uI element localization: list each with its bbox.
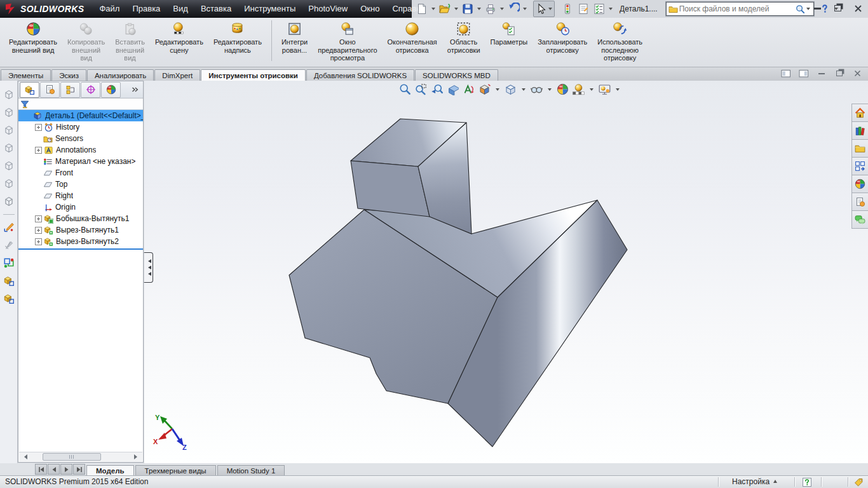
preview-window-button[interactable]: Окно предварительного просмотра [313, 18, 382, 64]
select-caret-icon[interactable] [548, 8, 552, 12]
design-library-tab[interactable] [851, 121, 868, 140]
open-caret-icon[interactable] [454, 8, 458, 12]
model-3d[interactable] [144, 81, 868, 463]
view-cube-icon[interactable] [3, 89, 15, 100]
expand-panel-icon[interactable] [130, 85, 139, 94]
final-render-button[interactable]: Окончательная отрисовка [383, 18, 442, 55]
tree-item-history[interactable]: History [18, 121, 143, 133]
scroll-right-icon[interactable] [134, 454, 140, 459]
customize-control[interactable]: Настройка [732, 477, 777, 486]
graphics-area[interactable]: Y X Z [144, 81, 868, 464]
menu-photoview360[interactable]: PhotoView 360 [302, 0, 354, 18]
section-view-icon[interactable] [447, 83, 459, 95]
view-orientation-caret-icon[interactable] [496, 88, 499, 93]
menu-view[interactable]: Вид [166, 0, 194, 18]
search-caret-icon[interactable] [806, 8, 810, 12]
tree-item-boss-extrude1[interactable]: Бобышка-Вытянуть1 [18, 213, 143, 224]
feature-cube-icon[interactable] [3, 293, 15, 304]
doc-minimize-button[interactable] [816, 69, 827, 78]
search-box[interactable] [666, 2, 814, 16]
close-button[interactable] [851, 3, 864, 14]
options-button[interactable] [592, 1, 607, 17]
save-button[interactable] [460, 1, 475, 17]
forum-tab[interactable] [851, 210, 868, 229]
tree-item-top-plane[interactable]: Top [18, 179, 143, 190]
3d-views-tab[interactable]: Трехмерные виды [135, 465, 216, 475]
tab-mbd[interactable]: SOLIDWORKS MBD [415, 69, 498, 81]
tab-sketch[interactable]: Эскиз [51, 69, 86, 81]
render-options-button[interactable]: Параметры [485, 18, 533, 48]
undo-button[interactable] [506, 1, 521, 17]
select-tool-button[interactable] [533, 1, 555, 17]
menu-edit[interactable]: Правка [126, 0, 166, 18]
new-document-button[interactable] [414, 1, 430, 17]
next-study-button[interactable] [60, 464, 72, 475]
prev-study-button[interactable] [48, 464, 60, 475]
edit-scene-button[interactable]: Редактировать сцену [150, 18, 208, 55]
model-tab[interactable]: Модель [86, 465, 134, 475]
menu-window[interactable]: Окно [354, 0, 386, 18]
tree-item-cut-extrude2[interactable]: Вырез-Вытянуть2 [18, 236, 143, 247]
boss-front-left-face[interactable] [351, 161, 430, 217]
tree-root-part[interactable]: Деталь1 (Default<<Default>_Ph [18, 110, 143, 121]
quick-tips-button[interactable] [802, 477, 812, 487]
tab-property-manager[interactable] [40, 82, 60, 98]
edit-decal-button[interactable]: Редактировать надпись [208, 18, 267, 55]
display-style-icon[interactable] [505, 83, 517, 95]
apply-scene-caret-icon[interactable] [590, 88, 593, 93]
print-button[interactable] [483, 1, 498, 17]
doc-close-button[interactable] [851, 69, 863, 78]
tab-dimxpert-manager[interactable] [81, 82, 100, 98]
tree-item-material[interactable]: Материал <не указан> [18, 156, 143, 167]
pane-right-toggle-button[interactable] [798, 69, 810, 78]
tag-button[interactable] [853, 477, 864, 488]
menu-tools[interactable]: Инструменты [238, 0, 302, 18]
apply-scene-icon[interactable] [573, 83, 585, 95]
tab-addins[interactable]: Добавления SOLIDWORKS [306, 69, 414, 81]
zoom-area-icon[interactable] [415, 83, 427, 95]
search-input[interactable] [678, 4, 796, 14]
print-caret-icon[interactable] [500, 8, 504, 12]
view-orientation-icon[interactable] [478, 83, 491, 95]
expander-icon[interactable] [35, 227, 42, 234]
integrated-preview-button[interactable]: Интегри рован... [276, 18, 313, 55]
expander-icon[interactable] [35, 124, 42, 131]
tab-evaluate[interactable]: Анализировать [87, 69, 154, 81]
schedule-render-button[interactable]: Запланировать отрисовку [532, 18, 592, 55]
rollback-bar[interactable] [18, 248, 143, 250]
custom-properties-tab[interactable] [851, 193, 868, 211]
rebuild-button[interactable] [560, 1, 575, 17]
hide-show-caret-icon[interactable] [548, 88, 552, 93]
open-button[interactable] [437, 1, 452, 17]
tab-configuration-manager[interactable] [60, 82, 80, 98]
scroll-left-icon[interactable] [22, 454, 27, 459]
options-caret-icon[interactable] [609, 8, 613, 12]
tree-item-annotations[interactable]: Annotations [18, 144, 143, 156]
tab-render-tools[interactable]: Инструменты отрисовки [201, 69, 306, 81]
hide-show-items-icon[interactable] [531, 83, 543, 95]
panel-collapse-handle[interactable] [144, 252, 153, 283]
tree-item-origin[interactable]: Origin [18, 201, 143, 213]
tab-feature-tree[interactable] [20, 82, 39, 98]
tree-item-sensors[interactable]: Sensors [18, 133, 143, 144]
previous-view-icon[interactable] [431, 83, 443, 95]
view-settings-caret-icon[interactable] [616, 88, 620, 93]
view-cube-icon[interactable] [3, 125, 15, 136]
menu-file[interactable]: Файл [93, 0, 126, 18]
expander-icon[interactable] [35, 147, 42, 154]
tab-display-manager[interactable] [101, 82, 121, 98]
tree-item-right-plane[interactable]: Right [18, 190, 143, 201]
tab-dimxpert[interactable]: DimXpert [154, 69, 200, 81]
undo-caret-icon[interactable] [523, 8, 527, 12]
pane-left-toggle-button[interactable] [780, 69, 792, 78]
search-icon[interactable] [796, 4, 805, 14]
file-explorer-tab[interactable] [851, 139, 868, 158]
view-palette-tab[interactable] [851, 157, 868, 175]
view-cube-icon[interactable] [3, 160, 15, 172]
scrollbar-thumb[interactable] [43, 453, 101, 461]
tree-item-front-plane[interactable]: Front [18, 167, 143, 179]
last-study-button[interactable] [73, 464, 85, 475]
minimize-button[interactable] [811, 3, 824, 14]
annotation-views-icon[interactable] [463, 83, 475, 95]
first-study-button[interactable] [35, 464, 47, 475]
